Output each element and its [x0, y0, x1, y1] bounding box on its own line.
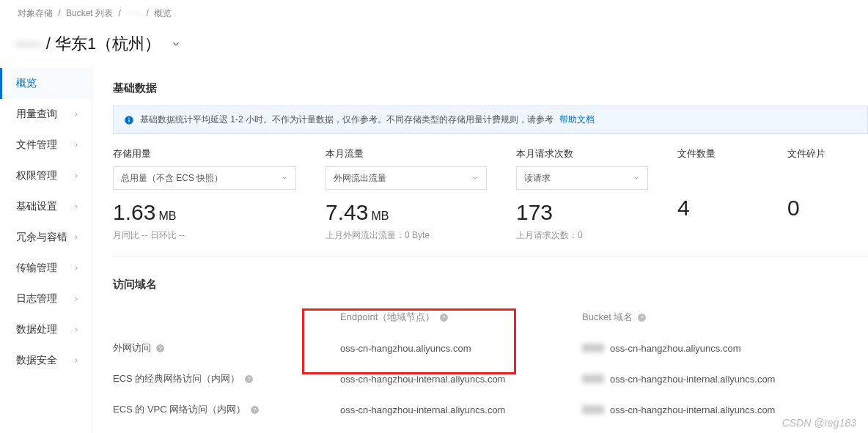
endpoint-value: oss-cn-hangzhou-internal.aliyuncs.com	[340, 374, 505, 385]
svg-rect-1	[128, 119, 129, 122]
svg-rect-2	[128, 117, 129, 118]
svg-text:?: ?	[641, 314, 644, 321]
chevron-right-icon	[73, 141, 80, 149]
breadcrumb: 对象存储 / Bucket 列表 / ······ / 概览	[0, 0, 868, 27]
domain-row: ECS 的 VPC 网络访问（内网）?oss-cn-hangzhou-inter…	[113, 394, 868, 425]
metric-label: 本月请求次数	[516, 147, 648, 160]
metric-label: 文件碎片	[787, 147, 868, 160]
help-icon[interactable]: ?	[637, 313, 647, 322]
sidebar-item-8[interactable]: 数据处理	[0, 314, 92, 345]
region-name: / 华东1（杭州）	[46, 33, 161, 55]
traffic-select[interactable]: 外网流出流量	[326, 166, 487, 190]
metric-value: 7.43MB	[326, 200, 487, 225]
chevron-right-icon	[73, 234, 80, 241]
sidebar-item-5[interactable]: 冗余与容错	[0, 222, 92, 253]
chevron-right-icon	[73, 172, 80, 180]
domain-name: ECS 的 VPC 网络访问（内网）	[113, 403, 246, 416]
metric-label: 本月流量	[326, 147, 487, 160]
chevron-right-icon	[73, 203, 80, 210]
sidebar-item-6[interactable]: 传输管理	[0, 253, 92, 284]
metric-sub: 月同比 -- 日环比 --	[113, 229, 296, 242]
metric-label: 文件数量	[677, 147, 758, 160]
chevron-right-icon	[73, 326, 80, 333]
bucket-domain-value: oss-cn-hangzhou-internal.aliyuncs.com	[610, 374, 775, 385]
sidebar-item-label: 权限管理	[16, 169, 57, 182]
breadcrumb-item[interactable]: Bucket 列表	[66, 8, 113, 18]
help-icon[interactable]: ?	[244, 374, 254, 384]
sidebar-item-label: 概览	[16, 77, 37, 90]
domain-row: ECS 的经典网络访问（内网）?oss-cn-hangzhou-internal…	[113, 363, 868, 394]
svg-text:?: ?	[254, 407, 257, 413]
info-banner: 基础数据统计平均延迟 1-2 小时。不作为计量数据，仅作参考。不同存储类型的存储…	[113, 106, 868, 134]
chevron-right-icon	[73, 264, 80, 272]
sidebar-item-4[interactable]: 基础设置	[0, 191, 92, 222]
sidebar: 概览用量查询文件管理权限管理基础设置冗余与容错传输管理日志管理数据处理数据安全	[0, 68, 92, 433]
sidebar-item-9[interactable]: 数据安全	[0, 345, 92, 376]
metric-sub: 上月请求次数：0	[516, 229, 648, 242]
svg-text:?: ?	[443, 314, 446, 321]
bucket-prefix-redacted	[582, 344, 604, 352]
metric-requests: 本月请求次数 读请求 173 上月请求次数：0	[516, 147, 648, 242]
sidebar-item-label: 基础设置	[16, 200, 57, 213]
metric-fragments: 文件碎片 0	[787, 147, 868, 242]
metric-traffic: 本月流量 外网流出流量 7.43MB 上月外网流出流量：0 Byte	[326, 147, 487, 242]
breadcrumb-item: 概览	[154, 8, 172, 18]
bucket-name-redacted: ······	[15, 34, 42, 53]
sidebar-item-3[interactable]: 权限管理	[0, 160, 92, 191]
metric-sub: 上月外网流出流量：0 Byte	[326, 229, 487, 242]
banner-text: 基础数据统计平均延迟 1-2 小时。不作为计量数据，仅作参考。不同存储类型的存储…	[140, 114, 553, 126]
sidebar-item-label: 用量查询	[16, 108, 57, 121]
sidebar-item-label: 数据处理	[16, 323, 57, 336]
section-title-basic: 基础数据	[113, 81, 868, 95]
sidebar-item-label: 冗余与容错	[16, 231, 67, 244]
watermark: CSDN @reg183	[782, 417, 856, 429]
svg-text:?: ?	[248, 376, 251, 382]
sidebar-item-7[interactable]: 日志管理	[0, 284, 92, 314]
help-icon[interactable]: ?	[439, 313, 449, 322]
bucket-domain-header: Bucket 域名	[582, 311, 633, 324]
sidebar-item-label: 传输管理	[16, 262, 57, 275]
domain-section: 访问域名 Endpoint（地域节点）? Bucket 域名? 外网访问?oss…	[113, 278, 868, 433]
bucket-domain-value: oss-cn-hangzhou-internal.aliyuncs.com	[610, 404, 775, 415]
svg-text:?: ?	[158, 345, 161, 352]
sidebar-item-label: 文件管理	[16, 138, 57, 152]
domain-table-head: Endpoint（地域节点）? Bucket 域名?	[113, 302, 868, 333]
domain-name: 外网访问	[113, 341, 151, 355]
help-doc-link[interactable]: 帮助文档	[559, 114, 595, 126]
sidebar-item-label: 日志管理	[16, 292, 57, 306]
bucket-prefix-redacted	[582, 405, 604, 414]
endpoint-header: Endpoint（地域节点）	[340, 311, 435, 324]
domain-name: ECS 的经典网络访问（内网）	[113, 372, 240, 385]
metrics-row: 存储用量 总用量（不含 ECS 快照） 1.63MB 月同比 -- 日环比 --…	[113, 147, 868, 257]
sidebar-item-0[interactable]: 概览	[0, 68, 92, 99]
chevron-down-icon	[633, 174, 640, 182]
endpoint-value: oss-cn-hangzhou-internal.aliyuncs.com	[340, 404, 505, 415]
chevron-right-icon	[73, 357, 80, 364]
sidebar-item-1[interactable]: 用量查询	[0, 99, 92, 130]
info-icon	[124, 115, 134, 125]
domain-row: 外网访问?oss-cn-hangzhou.aliyuncs.comoss-cn-…	[113, 333, 868, 363]
metric-value: 1.63MB	[113, 200, 296, 225]
requests-select[interactable]: 读请求	[516, 166, 648, 190]
accel-row: 传输加速域名（全地域上传下载加速）? 未开启 开启	[113, 425, 868, 433]
chevron-down-icon[interactable]	[171, 39, 181, 49]
bucket-domain-value: oss-cn-hangzhou.aliyuncs.com	[610, 343, 740, 354]
metric-storage: 存储用量 总用量（不含 ECS 快照） 1.63MB 月同比 -- 日环比 --	[113, 147, 296, 242]
chevron-down-icon	[471, 174, 479, 182]
help-icon[interactable]: ?	[250, 405, 260, 415]
main-content: 基础数据 基础数据统计平均延迟 1-2 小时。不作为计量数据，仅作参考。不同存储…	[92, 68, 868, 433]
bucket-prefix-redacted	[582, 374, 604, 383]
sidebar-item-label: 数据安全	[16, 354, 57, 367]
chevron-right-icon	[73, 111, 80, 118]
endpoint-value: oss-cn-hangzhou.aliyuncs.com	[340, 343, 471, 354]
breadcrumb-item[interactable]: 对象存储	[18, 8, 53, 18]
metric-value: 4	[677, 196, 758, 221]
chevron-right-icon	[73, 295, 80, 303]
storage-select[interactable]: 总用量（不含 ECS 快照）	[113, 166, 296, 190]
page-title: ······ / 华东1（杭州）	[0, 27, 868, 68]
breadcrumb-item-redacted[interactable]: ······	[126, 8, 141, 18]
metric-value: 173	[516, 200, 648, 225]
metric-value: 0	[787, 196, 868, 221]
help-icon[interactable]: ?	[155, 344, 165, 353]
sidebar-item-2[interactable]: 文件管理	[0, 130, 92, 160]
